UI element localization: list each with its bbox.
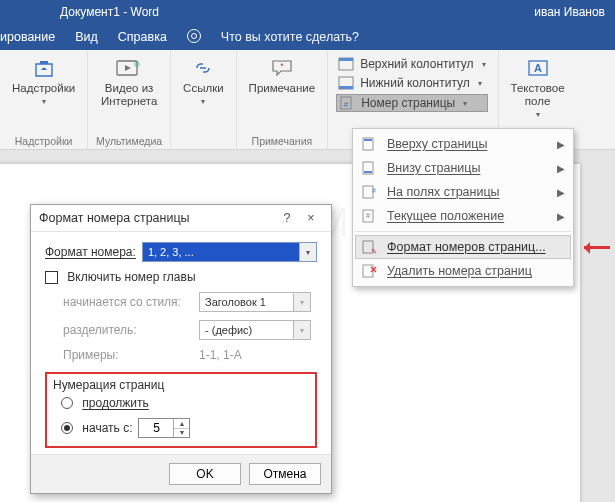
- continue-radio[interactable]: [61, 397, 73, 409]
- ribbon-group-links: Ссылки ▾: [171, 50, 237, 149]
- start-at-input[interactable]: [139, 419, 173, 437]
- addins-label: Надстройки: [12, 82, 75, 95]
- continue-label: продолжить: [79, 396, 149, 410]
- cancel-button[interactable]: Отмена: [249, 463, 321, 485]
- annotation-arrow: [578, 242, 612, 254]
- tell-me-input[interactable]: Что вы хотите сделать?: [221, 30, 359, 44]
- chevron-down-icon: ▾: [201, 97, 205, 106]
- include-chapter-checkbox[interactable]: [45, 271, 58, 284]
- comment-label: Примечание: [249, 82, 316, 95]
- dialog-titlebar: Формат номера страницы ? ×: [31, 205, 331, 232]
- chevron-down-icon: ▾: [463, 99, 467, 108]
- menu-separator: [355, 231, 571, 232]
- menu-label: Вверху страницы: [387, 137, 547, 151]
- page-number-label: Номер страницы: [361, 96, 455, 110]
- number-format-value: 1, 2, 3, ...: [143, 243, 299, 261]
- group-label-media: Мультимедиа: [96, 135, 162, 147]
- start-at-spinner[interactable]: ▲▼: [138, 418, 190, 438]
- online-video-button[interactable]: Видео из Интернета: [97, 54, 161, 110]
- footer-button[interactable]: Нижний колонтитул▾: [336, 75, 487, 91]
- format-page-number-icon: [361, 240, 377, 254]
- separator-label: разделитель:: [63, 323, 193, 337]
- tab-formatting[interactable]: ирование: [0, 30, 55, 44]
- text-box-icon: A: [524, 56, 552, 80]
- svg-text:#: #: [344, 100, 349, 109]
- video-icon: [115, 56, 143, 80]
- start-at-radio[interactable]: [61, 422, 73, 434]
- tab-help[interactable]: Справка: [118, 30, 167, 44]
- spinner-up-icon[interactable]: ▲: [174, 419, 189, 429]
- links-label: Ссылки: [183, 82, 224, 95]
- submenu-arrow-icon: ▶: [557, 211, 565, 222]
- page-number-menu: Вверху страницы ▶ Внизу страницы ▶ # На …: [352, 128, 574, 287]
- separator-combo: - (дефис) ▾: [199, 320, 311, 340]
- number-format-label: Формат номера:: [45, 245, 136, 259]
- svg-rect-14: [364, 171, 372, 173]
- ribbon-group-comments: * Примечание Примечания: [237, 50, 329, 149]
- svg-text:*: *: [280, 61, 284, 71]
- svg-rect-4: [339, 58, 353, 61]
- ok-button[interactable]: OK: [169, 463, 241, 485]
- current-position-icon: #: [361, 209, 377, 223]
- menu-item-bottom[interactable]: Внизу страницы ▶: [355, 156, 571, 180]
- menu-item-margins[interactable]: # На полях страницы ▶: [355, 180, 571, 204]
- remove-page-number-icon: [361, 264, 377, 278]
- header-label: Верхний колонтитул: [360, 57, 473, 71]
- chevron-down-icon: ▾: [42, 97, 46, 106]
- dialog-title: Формат номера страницы: [39, 211, 275, 225]
- submenu-arrow-icon: ▶: [557, 187, 565, 198]
- page-number-button[interactable]: # Номер страницы▾: [336, 94, 487, 112]
- svg-rect-6: [339, 86, 353, 89]
- svg-point-20: [372, 249, 375, 252]
- links-button[interactable]: Ссылки ▾: [179, 54, 228, 108]
- svg-text:#: #: [366, 212, 370, 219]
- menu-item-top[interactable]: Вверху страницы ▶: [355, 132, 571, 156]
- chevron-down-icon: ▾: [536, 110, 540, 119]
- menu-bar: ирование Вид Справка Что вы хотите сдела…: [0, 24, 615, 50]
- spinner-down-icon[interactable]: ▼: [174, 429, 189, 438]
- menu-label: Удалить номера страниц: [387, 264, 565, 278]
- online-video-label: Видео из Интернета: [101, 82, 157, 108]
- dialog-close-button[interactable]: ×: [299, 211, 323, 225]
- chevron-down-icon: ▾: [478, 79, 482, 88]
- dialog-help-button[interactable]: ?: [275, 211, 299, 225]
- ribbon-group-addins: Надстройки ▾ Надстройки: [0, 50, 88, 149]
- starts-with-style-label: начинается со стиля:: [63, 295, 193, 309]
- header-button[interactable]: Верхний колонтитул▾: [336, 56, 487, 72]
- annotation-highlight-box: Нумерация страниц продолжить начать с: ▲…: [45, 372, 317, 448]
- chevron-down-icon: ▾: [293, 321, 310, 339]
- svg-point-1: [134, 61, 140, 67]
- examples-value: 1-1, 1-A: [199, 348, 242, 362]
- group-label-comments: Примечания: [252, 135, 313, 147]
- menu-label: Формат номеров страниц...: [387, 240, 565, 254]
- menu-item-current[interactable]: # Текущее положение ▶: [355, 204, 571, 228]
- menu-item-remove[interactable]: Удалить номера страниц: [355, 259, 571, 283]
- page-top-icon: [361, 137, 377, 151]
- lightbulb-icon: [187, 29, 201, 46]
- tab-view[interactable]: Вид: [75, 30, 98, 44]
- chevron-down-icon[interactable]: ▾: [299, 243, 316, 261]
- comment-button[interactable]: * Примечание: [245, 54, 320, 97]
- footer-label: Нижний колонтитул: [360, 76, 470, 90]
- menu-label: Текущее положение: [387, 209, 547, 223]
- header-icon: [338, 57, 354, 71]
- addins-button[interactable]: Надстройки ▾: [8, 54, 79, 108]
- menu-label: На полях страницы: [387, 185, 547, 199]
- group-label-hf: [410, 116, 413, 128]
- comment-icon: *: [268, 56, 296, 80]
- menu-item-format[interactable]: Формат номеров страниц...: [355, 235, 571, 259]
- page-number-icon: #: [339, 96, 355, 110]
- group-label-addins: Надстройки: [15, 135, 73, 147]
- svg-text:A: A: [534, 62, 542, 74]
- text-box-label: Текстовое поле: [511, 82, 565, 108]
- examples-label: Примеры:: [63, 348, 193, 362]
- chevron-down-icon: ▾: [482, 60, 486, 69]
- text-box-button[interactable]: A Текстовое поле ▾: [507, 54, 569, 122]
- number-format-combo[interactable]: 1, 2, 3, ... ▾: [142, 242, 317, 262]
- store-icon: [30, 56, 58, 80]
- submenu-arrow-icon: ▶: [557, 163, 565, 174]
- svg-rect-19: [363, 241, 373, 253]
- start-at-label: начать с:: [79, 421, 132, 435]
- numbering-legend: Нумерация страниц: [53, 378, 309, 392]
- page-number-format-dialog: Формат номера страницы ? × Формат номера…: [30, 204, 332, 494]
